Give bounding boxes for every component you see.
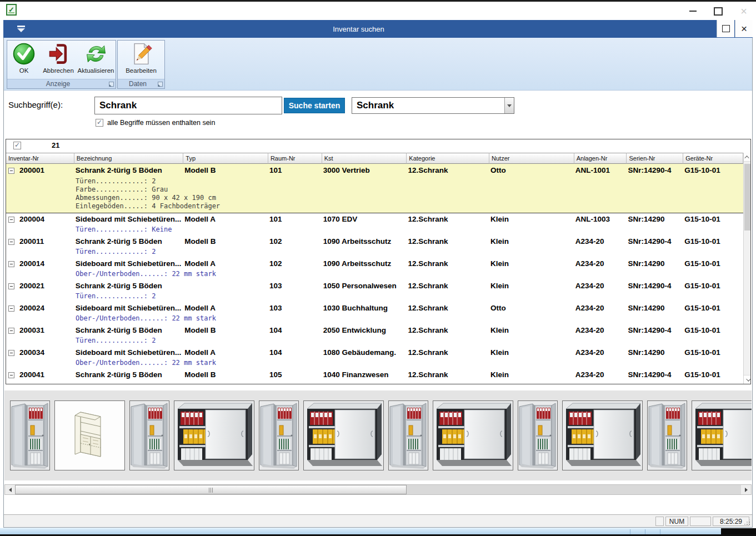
cell-raum: 104 bbox=[268, 347, 322, 359]
collapse-row-icon[interactable] bbox=[8, 217, 14, 223]
column-header-serien-nr[interactable]: Serien-Nr bbox=[627, 153, 683, 164]
cabinet-photo-thumbnail[interactable] bbox=[10, 400, 50, 470]
chevron-down-icon[interactable] bbox=[504, 98, 514, 113]
horizontal-scrollbar[interactable] bbox=[4, 484, 752, 495]
vertical-scrollbar-thumb[interactable] bbox=[744, 164, 750, 231]
aktualisieren-button[interactable]: Aktualisieren bbox=[76, 41, 116, 79]
table-row[interactable]: 200024Sideboard mit Schiebetüren...Model… bbox=[6, 302, 743, 324]
search-input[interactable] bbox=[94, 97, 282, 114]
inner-close-icon[interactable]: × bbox=[735, 20, 753, 37]
cabinet-photo-thumbnail[interactable] bbox=[647, 400, 687, 470]
cell-kategorie: 12.Schrank bbox=[407, 369, 489, 381]
cell-geraete: G15-10-01 bbox=[683, 347, 743, 359]
cabinet-drawing-thumbnail[interactable] bbox=[54, 400, 125, 470]
collapse-row-icon[interactable] bbox=[8, 305, 14, 312]
scroll-up-icon[interactable] bbox=[744, 153, 751, 162]
collapse-row-icon[interactable] bbox=[8, 328, 14, 334]
cabinet-photo-thumbnail[interactable] bbox=[388, 400, 428, 470]
resize-grip-icon[interactable] bbox=[749, 524, 750, 525]
green-check-circle-icon bbox=[12, 42, 36, 66]
collapse-row-icon[interactable] bbox=[8, 168, 14, 174]
cell-anlagen: A234-20 bbox=[574, 369, 627, 381]
cabinet-photo-thumbnail[interactable] bbox=[129, 400, 169, 470]
table-row[interactable]: 200004Sideboard mit Schiebetüren...Model… bbox=[6, 213, 743, 236]
collapse-row-icon[interactable] bbox=[8, 239, 14, 245]
bearbeiten-button[interactable]: Bearbeiten bbox=[119, 41, 163, 79]
num-lock-indicator: NUM bbox=[665, 517, 688, 526]
row-detail-line: Farbe............: Grau bbox=[76, 186, 743, 194]
cell-serien: SNr:14290-4 bbox=[627, 236, 683, 248]
table-row[interactable]: 200041Schrank 2-türig 5 BödenModell B105… bbox=[6, 369, 743, 383]
sideboard-photo-thumbnail[interactable] bbox=[174, 400, 254, 470]
cell-kst: 1080 Gebäudemang. bbox=[322, 347, 407, 359]
cell-geraete: G15-10-01 bbox=[683, 369, 743, 381]
all-terms-label: alle Begriffe müssen enthalten sein bbox=[107, 119, 215, 127]
inner-maximize-icon[interactable] bbox=[717, 20, 734, 37]
table-row[interactable]: 200001Schrank 2-türig 5 BödenModell B101… bbox=[6, 164, 743, 213]
sideboard-photo-thumbnail[interactable] bbox=[692, 400, 752, 470]
select-all-checkbox[interactable] bbox=[13, 142, 21, 149]
all-terms-checkbox[interactable] bbox=[96, 119, 103, 127]
collapse-row-icon[interactable] bbox=[8, 261, 14, 267]
cell-anlagen: A234-20 bbox=[574, 302, 627, 314]
horizontal-scrollbar-thumb[interactable] bbox=[15, 485, 407, 494]
sideboard-photo-thumbnail[interactable] bbox=[562, 400, 643, 470]
cell-typ: Modell A bbox=[183, 213, 268, 226]
table-row[interactable]: 200014Sideboard mit Schiebetüren...Model… bbox=[6, 258, 743, 280]
ok-button[interactable]: OK bbox=[7, 41, 41, 79]
collapse-row-icon[interactable] bbox=[8, 283, 14, 289]
cell-nutzer: Klein bbox=[489, 347, 574, 359]
column-header-kst[interactable]: Kst bbox=[322, 153, 407, 164]
vertical-scrollbar[interactable] bbox=[743, 153, 750, 384]
cell-anlagen: ANL-1003 bbox=[574, 213, 627, 226]
column-header-typ[interactable]: Typ bbox=[183, 153, 268, 164]
status-pane-empty bbox=[690, 517, 711, 526]
row-detail-line: Türen............: 2 bbox=[76, 292, 743, 300]
search-history-combobox[interactable]: Schrank bbox=[352, 97, 514, 114]
cell-serien: SNr:14290 bbox=[627, 258, 683, 270]
table-row[interactable]: 200031Schrank 2-türig 5 BödenModell B104… bbox=[6, 324, 743, 347]
close-window-icon[interactable]: × bbox=[735, 4, 752, 18]
table-row[interactable]: 200021Schrank 2-türig 5 Böden1031050 Per… bbox=[6, 280, 743, 302]
cell-anlagen: ANL-1001 bbox=[574, 164, 627, 177]
cell-typ: Modell B bbox=[183, 324, 268, 337]
cabinet-photo-thumbnail[interactable] bbox=[259, 400, 299, 470]
dialog-launcher-icon[interactable] bbox=[109, 82, 114, 87]
status-clock: 8:25:29 bbox=[713, 517, 749, 526]
status-bar: NUM 8:25:29 bbox=[4, 514, 752, 527]
scroll-down-icon[interactable] bbox=[744, 375, 751, 384]
table-header-row: Inventar-NrBezeichnungTypRaum-NrKstKateg… bbox=[6, 153, 743, 164]
table-row[interactable]: 200011Schrank 2-türig 5 BödenModell B102… bbox=[6, 236, 743, 258]
cell-raum: 102 bbox=[268, 258, 322, 270]
collapse-row-icon[interactable] bbox=[8, 372, 14, 378]
scroll-right-icon[interactable] bbox=[741, 485, 751, 494]
table-row[interactable]: 200034Sideboard mit Schiebetüren...Model… bbox=[6, 347, 743, 369]
column-header-ger-te-nr[interactable]: Geräte-Nr bbox=[683, 153, 743, 164]
abbrechen-button[interactable]: Abbrechen bbox=[41, 41, 76, 79]
row-detail-line: Ober-/Unterboden......: 22 mm stark bbox=[76, 314, 743, 323]
inventar-nr: 200034 bbox=[19, 347, 44, 359]
dialog-launcher-icon[interactable] bbox=[158, 82, 163, 87]
collapse-row-icon[interactable] bbox=[8, 350, 14, 356]
column-header-inventar-nr[interactable]: Inventar-Nr bbox=[6, 153, 74, 164]
column-header-bezeichnung[interactable]: Bezeichnung bbox=[74, 153, 184, 164]
column-header-raum-nr[interactable]: Raum-Nr bbox=[268, 153, 322, 164]
sideboard-photo-thumbnail[interactable] bbox=[303, 400, 384, 470]
column-header-anlagen-nr[interactable]: Anlagen-Nr bbox=[574, 153, 627, 164]
cell-raum: 103 bbox=[268, 302, 322, 314]
column-header-kategorie[interactable]: Kategorie bbox=[407, 153, 489, 164]
cabinet-photo-thumbnail[interactable] bbox=[518, 400, 558, 470]
search-start-button[interactable]: Suche starten bbox=[284, 98, 345, 113]
cell-bezeichnung: Sideboard mit Schiebetüren... bbox=[74, 213, 184, 226]
minimize-window-icon[interactable] bbox=[684, 4, 701, 18]
scroll-left-icon[interactable] bbox=[5, 485, 15, 494]
sideboard-photo-thumbnail[interactable] bbox=[433, 400, 513, 470]
inventar-nr: 200041 bbox=[19, 369, 44, 381]
column-header-nutzer[interactable]: Nutzer bbox=[489, 153, 574, 164]
cell-kategorie: 12.Schrank bbox=[407, 213, 489, 226]
cell-kategorie: 12.Schrank bbox=[407, 258, 489, 270]
cell-serien: SNr:14290 bbox=[627, 213, 683, 226]
maximize-window-icon[interactable] bbox=[710, 4, 727, 18]
cell-nutzer: Klein bbox=[489, 369, 574, 381]
cell-serien: SNr:14290 bbox=[627, 347, 683, 359]
